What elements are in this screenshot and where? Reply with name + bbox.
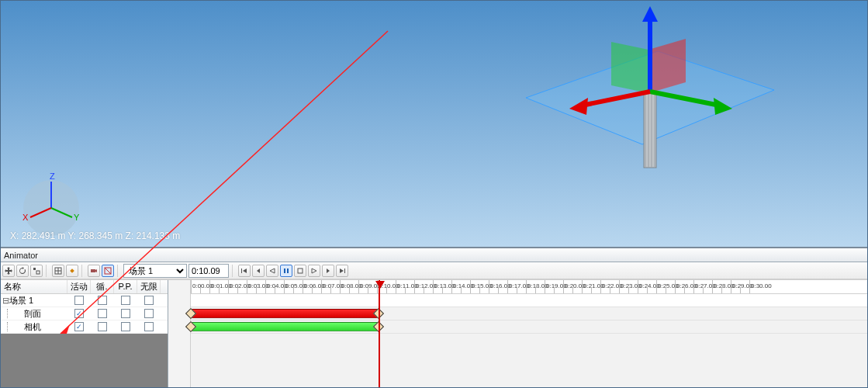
svg-line-27 — [105, 268, 111, 274]
tree-header-loop: 循. — [91, 280, 114, 293]
pp-checkbox[interactable] — [121, 322, 130, 331]
tree-header-infinite: 无限 — [137, 280, 161, 293]
timeline-panel[interactable]: 0:00.000:01.000:02.000:03.000:04.000:05.… — [191, 280, 867, 387]
play-button[interactable] — [308, 265, 320, 277]
svg-marker-35 — [312, 268, 316, 273]
section-button[interactable] — [102, 265, 114, 277]
key-button[interactable] — [66, 265, 78, 277]
step-back-button[interactable] — [252, 265, 265, 277]
svg-marker-2 — [611, 42, 648, 93]
coordinate-readout: X: 282.491 m Y: 268.345 m Z: 214.133 m — [10, 230, 180, 241]
play-back-button[interactable] — [266, 265, 278, 277]
pause-button[interactable] — [280, 265, 292, 277]
orientation-gizmo[interactable]: Z Y X — [16, 169, 86, 239]
tree-header-pp: P.P. — [114, 280, 137, 293]
tree-row[interactable]: 剖面 — [1, 307, 168, 320]
tree-header-active: 活动 — [67, 280, 91, 293]
svg-marker-36 — [327, 268, 330, 273]
stop-button[interactable] — [294, 265, 306, 277]
svg-rect-32 — [284, 268, 285, 273]
tree-row-name: 相机 — [1, 321, 67, 333]
timeline-clip[interactable] — [191, 309, 379, 318]
tree-header-name: 名称 — [1, 280, 67, 293]
playhead-head-icon — [375, 281, 385, 289]
timeline-tracks[interactable] — [191, 294, 867, 387]
axis-x-label: X — [22, 213, 29, 222]
svg-marker-30 — [257, 268, 260, 273]
pp-checkbox[interactable] — [121, 309, 130, 318]
svg-rect-28 — [241, 268, 242, 273]
pp-checkbox[interactable] — [121, 296, 130, 305]
tree-row-name: ⊟场景 1 — [1, 295, 67, 307]
animator-panel-title: Animator — [1, 248, 867, 262]
translate-tool-button[interactable] — [2, 265, 15, 277]
loop-checkbox[interactable] — [98, 296, 107, 305]
svg-marker-25 — [95, 269, 97, 272]
tree-header: 名称 活动 循. P.P. 无限 — [1, 280, 168, 294]
animator-toolbar: 场景 1 — [1, 262, 867, 279]
axis-z-label: Z — [50, 171, 55, 181]
camera-button[interactable] — [88, 265, 100, 277]
loop-checkbox[interactable] — [98, 309, 107, 318]
active-checkbox[interactable] — [74, 309, 84, 318]
tree-row-name: 剖面 — [1, 308, 67, 320]
infinite-checkbox[interactable] — [144, 309, 154, 318]
ruler-tick-label: 0:30.00 — [751, 282, 772, 289]
svg-rect-24 — [91, 269, 95, 272]
snap-button[interactable] — [52, 265, 64, 277]
forward-end-button[interactable] — [336, 265, 348, 277]
rewind-start-button[interactable] — [238, 265, 251, 277]
playhead[interactable] — [379, 280, 380, 387]
track-row[interactable] — [191, 307, 867, 320]
svg-rect-34 — [298, 268, 303, 273]
loop-checkbox[interactable] — [98, 322, 107, 331]
infinite-checkbox[interactable] — [144, 322, 154, 331]
svg-marker-31 — [270, 268, 275, 273]
svg-rect-18 — [33, 268, 36, 270]
viewport-3d[interactable]: Z Y X X: 282.491 m Y: 268.345 m Z: 214.1… — [1, 1, 867, 248]
svg-rect-23 — [70, 268, 74, 273]
track-row[interactable] — [191, 294, 867, 307]
step-forward-button[interactable] — [322, 265, 334, 277]
tree-row[interactable]: 相机 — [1, 320, 168, 334]
panel-splitter[interactable] — [168, 280, 191, 387]
svg-marker-37 — [340, 268, 344, 273]
animator-tree-panel: 名称 活动 循. P.P. 无限 ⊟场景 1剖面相机 — [1, 280, 168, 387]
timeline-ruler[interactable]: 0:00.000:01.000:02.000:03.000:04.000:05.… — [191, 280, 867, 294]
svg-rect-19 — [36, 271, 40, 274]
timeline-clip[interactable] — [191, 322, 379, 331]
tree-row[interactable]: ⊟场景 1 — [1, 294, 168, 307]
track-row[interactable] — [191, 320, 867, 334]
active-checkbox[interactable] — [74, 322, 84, 331]
svg-marker-29 — [243, 268, 247, 273]
svg-rect-38 — [344, 268, 345, 273]
active-checkbox[interactable] — [74, 296, 84, 305]
infinite-checkbox[interactable] — [144, 296, 154, 305]
rotate-tool-button[interactable] — [16, 265, 29, 277]
axis-y-label: Y — [74, 213, 80, 222]
svg-rect-33 — [287, 268, 289, 273]
time-input[interactable] — [188, 264, 229, 278]
scale-tool-button[interactable] — [30, 265, 43, 277]
svg-marker-9 — [642, 6, 658, 22]
scene-select[interactable]: 场景 1 — [123, 264, 187, 278]
scene-gizmo — [487, 5, 790, 183]
